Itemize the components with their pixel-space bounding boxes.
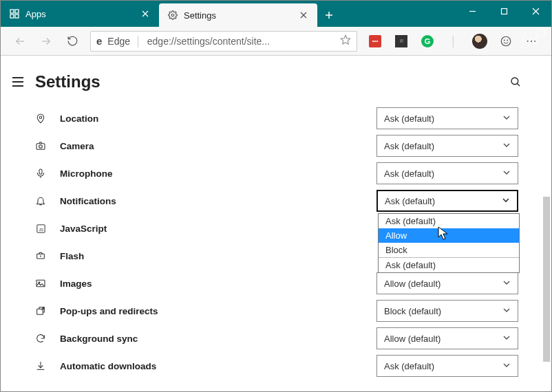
permission-label: Camera bbox=[60, 141, 253, 151]
settings-header: Settings bbox=[1, 56, 551, 98]
svg-rect-2 bbox=[10, 14, 14, 18]
toolbar-divider: │ bbox=[443, 31, 464, 52]
svg-point-26 bbox=[39, 116, 41, 118]
address-divider: │ bbox=[136, 36, 142, 47]
window-minimize-button[interactable] bbox=[456, 1, 488, 21]
permission-row-notifications[interactable]: Notifications Ask (default) Ask (default… bbox=[34, 187, 518, 215]
permission-row-autodl[interactable]: Automatic downloads Ask (default) bbox=[34, 352, 518, 380]
svg-point-28 bbox=[39, 145, 43, 149]
extension-lastpass-icon[interactable]: ••• bbox=[365, 31, 385, 52]
edge-label: Edge bbox=[107, 36, 130, 47]
chevron-down-icon bbox=[502, 334, 511, 344]
window-maximize-button[interactable] bbox=[488, 1, 520, 21]
new-tab-button[interactable] bbox=[317, 3, 341, 27]
chevron-down-icon bbox=[502, 168, 511, 179]
profile-avatar[interactable] bbox=[469, 31, 490, 52]
chevron-down-icon bbox=[502, 361, 511, 371]
settings-search-button[interactable] bbox=[507, 74, 524, 90]
download-icon bbox=[34, 359, 47, 373]
reload-button[interactable] bbox=[60, 29, 85, 54]
permission-select-location[interactable]: Ask (default) bbox=[376, 107, 518, 129]
edge-logo-icon: e bbox=[96, 35, 102, 47]
favorite-star-icon[interactable] bbox=[340, 34, 351, 47]
svg-point-6 bbox=[171, 14, 174, 17]
svg-rect-27 bbox=[36, 144, 45, 150]
sync-icon bbox=[34, 331, 47, 345]
permission-label: Microphone bbox=[60, 168, 253, 179]
more-menu-button[interactable]: ⋯ bbox=[522, 31, 542, 52]
svg-rect-3 bbox=[15, 14, 19, 18]
permission-label: Location bbox=[60, 113, 253, 124]
svg-point-24 bbox=[511, 78, 518, 85]
window-controls bbox=[456, 1, 551, 21]
svg-point-19 bbox=[504, 40, 505, 41]
page-title: Settings bbox=[35, 72, 100, 91]
settings-menu-button[interactable] bbox=[10, 74, 25, 89]
permission-select-popups[interactable]: Block (default) bbox=[376, 300, 518, 322]
notifications-dropdown: Ask (default) Allow Block Ask (default) bbox=[378, 213, 520, 273]
select-value: Allow (default) bbox=[384, 279, 502, 289]
chevron-down-icon bbox=[502, 196, 510, 206]
popup-icon bbox=[34, 304, 47, 318]
svg-rect-0 bbox=[10, 10, 14, 13]
javascript-icon: JS bbox=[34, 221, 47, 235]
permission-row-camera[interactable]: Camera Ask (default) bbox=[34, 132, 518, 160]
flash-icon bbox=[34, 249, 47, 263]
url-text: edge://settings/content/site... bbox=[147, 36, 335, 47]
tab-apps-close-icon[interactable] bbox=[140, 8, 151, 19]
scrollbar-thumb[interactable] bbox=[543, 197, 550, 362]
tab-apps[interactable]: Apps bbox=[1, 1, 159, 27]
permission-label: Background sync bbox=[60, 334, 253, 344]
permission-select-images[interactable]: Allow (default) bbox=[376, 272, 518, 294]
select-value: Ask (default) bbox=[384, 168, 502, 179]
gear-icon bbox=[167, 10, 178, 21]
permission-row-location[interactable]: Location Ask (default) bbox=[34, 105, 518, 132]
permissions-list: Location Ask (default) Camera Ask (defau… bbox=[1, 99, 551, 391]
back-button[interactable] bbox=[8, 29, 32, 54]
extension-grammarly-icon[interactable]: G bbox=[417, 31, 438, 52]
bell-icon bbox=[34, 194, 47, 208]
address-bar[interactable]: e Edge │ edge://settings/content/site... bbox=[90, 31, 357, 52]
svg-rect-1 bbox=[15, 10, 19, 13]
svg-rect-12 bbox=[501, 8, 507, 14]
permission-select-microphone[interactable]: Ask (default) bbox=[376, 162, 518, 184]
svg-point-20 bbox=[507, 40, 508, 41]
permission-label: Flash bbox=[60, 251, 253, 261]
feedback-smile-icon[interactable] bbox=[496, 31, 516, 52]
permission-row-microphone[interactable]: Microphone Ask (default) bbox=[34, 160, 518, 187]
svg-line-25 bbox=[517, 83, 520, 86]
microphone-icon bbox=[34, 166, 47, 180]
dropdown-option-allow[interactable]: Allow bbox=[379, 228, 519, 243]
permission-label: Pop-ups and redirects bbox=[60, 306, 253, 316]
permission-select-notifications[interactable]: Ask (default) Ask (default) Allow Block … bbox=[376, 190, 518, 212]
permissions-scroll-area: Location Ask (default) Camera Ask (defau… bbox=[1, 98, 551, 391]
tab-settings[interactable]: Settings bbox=[159, 3, 317, 27]
svg-point-18 bbox=[501, 36, 511, 46]
extension-dark-icon[interactable]: ⎚ bbox=[391, 31, 412, 52]
dropdown-option-ask[interactable]: Ask (default) bbox=[379, 214, 519, 228]
browser-toolbar: e Edge │ edge://settings/content/site...… bbox=[1, 27, 551, 56]
permission-row-popups[interactable]: Pop-ups and redirects Block (default) bbox=[34, 297, 518, 325]
tab-settings-label: Settings bbox=[184, 10, 293, 21]
image-icon bbox=[34, 276, 47, 290]
window-close-button[interactable] bbox=[520, 1, 551, 21]
forward-button[interactable] bbox=[34, 29, 59, 54]
permission-select-autodl[interactable]: Ask (default) bbox=[376, 355, 518, 377]
permission-label: Notifications bbox=[60, 196, 253, 206]
permission-row-images[interactable]: Images Allow (default) bbox=[34, 270, 518, 297]
svg-marker-17 bbox=[341, 35, 350, 44]
apps-icon bbox=[9, 8, 20, 19]
permission-row-bgsync[interactable]: Background sync Allow (default) bbox=[34, 325, 518, 352]
dropdown-underlay-value: Ask (default) bbox=[379, 257, 519, 272]
select-value: Ask (default) bbox=[384, 361, 502, 371]
window-titlebar: Apps Settings gP bbox=[1, 1, 551, 27]
permission-select-camera[interactable]: Ask (default) bbox=[376, 135, 518, 157]
tab-settings-close-icon[interactable] bbox=[298, 10, 309, 21]
permission-label: Images bbox=[60, 279, 253, 289]
chevron-down-icon bbox=[502, 113, 511, 124]
chevron-down-icon bbox=[502, 279, 511, 289]
permission-select-bgsync[interactable]: Allow (default) bbox=[376, 327, 518, 349]
chevron-down-icon bbox=[502, 306, 511, 316]
dropdown-option-block[interactable]: Block bbox=[379, 243, 519, 257]
select-value: Block (default) bbox=[384, 306, 502, 316]
